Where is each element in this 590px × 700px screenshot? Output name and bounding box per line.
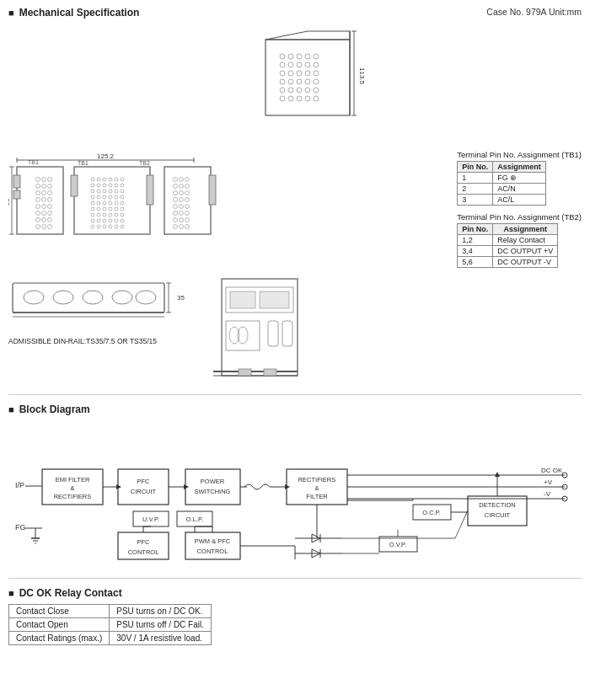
svg-point-124 [103, 225, 106, 228]
svg-point-56 [48, 198, 52, 202]
tb2-header-pin: Pin No. [458, 224, 493, 235]
svg-point-54 [36, 198, 40, 202]
svg-point-109 [121, 207, 124, 211]
svg-text:DETECTION: DETECTION [479, 501, 515, 509]
svg-text:O.L.P.: O.L.P. [186, 516, 203, 523]
relay-row-label: Contact Open [9, 618, 110, 632]
svg-point-88 [103, 190, 106, 193]
svg-point-126 [115, 225, 118, 228]
svg-point-132 [185, 178, 190, 182]
table-row: 2 AC/N [458, 184, 546, 195]
svg-point-115 [121, 213, 124, 216]
svg-point-17 [314, 71, 319, 76]
svg-point-84 [115, 184, 118, 187]
svg-text:63: 63 [8, 198, 11, 206]
tb2-table: Pin No. Assignment 1,2 Relay Contact 3,4 [457, 223, 558, 268]
svg-point-58 [42, 205, 46, 209]
svg-point-12 [314, 62, 319, 67]
svg-point-123 [97, 225, 100, 228]
svg-rect-72 [71, 175, 78, 196]
svg-text:PFC: PFC [137, 538, 151, 546]
svg-point-152 [180, 225, 184, 229]
svg-text:DC OK: DC OK [541, 467, 563, 474]
svg-point-90 [115, 190, 118, 193]
svg-text:125.2: 125.2 [97, 152, 115, 160]
svg-point-29 [288, 96, 293, 101]
svg-point-159 [24, 291, 44, 304]
side-svg [209, 275, 310, 384]
tb2-header-assign: Assignment [493, 224, 558, 235]
svg-point-108 [115, 207, 118, 211]
svg-point-61 [42, 211, 46, 216]
svg-point-59 [48, 205, 52, 209]
svg-point-75 [97, 178, 100, 181]
svg-point-11 [305, 62, 310, 67]
iso-svg: 113.5 [215, 27, 375, 145]
svg-rect-0 [266, 40, 350, 115]
relay-title: DC OK Relay Contact [8, 587, 582, 599]
din-rail-svg: 35 [8, 275, 202, 334]
relay-row-value: PSU turns off / DC Fail. [110, 618, 212, 632]
svg-rect-197 [118, 469, 169, 505]
svg-point-67 [42, 225, 46, 229]
svg-point-32 [314, 96, 319, 101]
table-row: 3 AC/L [458, 195, 546, 206]
svg-point-93 [97, 195, 100, 199]
svg-text:I/P: I/P [15, 481, 24, 489]
svg-point-51 [36, 191, 40, 195]
tb1-section: Terminal Pin No. Assignment (TB1) Pin No… [457, 150, 582, 206]
table-row: 5,6 DC OUTPUT -V [458, 257, 558, 268]
tb2-title: Terminal Pin No. Assignment (TB2) [457, 212, 582, 222]
svg-rect-238 [185, 532, 240, 559]
svg-point-98 [91, 201, 94, 205]
case-info: Case No. 979A Unit:mm [486, 7, 582, 17]
svg-point-102 [115, 201, 118, 205]
svg-point-96 [115, 195, 118, 199]
svg-point-139 [174, 198, 178, 202]
svg-point-53 [48, 191, 52, 195]
svg-point-119 [109, 219, 112, 222]
svg-marker-230 [495, 472, 500, 477]
svg-point-161 [83, 291, 103, 304]
block-diagram: I/P FG EMI FILTER & RECTIFIERS PFC CIRCU… [8, 420, 582, 569]
table-row: 3,4 DC OUTPUT +V [458, 246, 558, 257]
svg-point-92 [91, 195, 94, 199]
svg-point-163 [136, 291, 156, 304]
svg-point-153 [185, 225, 190, 229]
table-row: Contact Close PSU turns on / DC OK. [9, 605, 212, 618]
svg-point-151 [174, 225, 178, 229]
svg-text:&: & [314, 484, 319, 492]
svg-point-23 [280, 88, 285, 93]
svg-point-78 [115, 178, 118, 181]
svg-point-30 [297, 96, 302, 101]
svg-text:FG: FG [15, 523, 26, 532]
svg-point-68 [48, 225, 52, 229]
svg-rect-158 [13, 283, 164, 313]
svg-text:FILTER: FILTER [306, 493, 328, 500]
svg-point-95 [109, 195, 112, 199]
svg-point-81 [97, 184, 100, 187]
svg-point-127 [121, 225, 124, 228]
svg-marker-1 [266, 31, 350, 40]
three-views: 125.2 TB1 [8, 150, 261, 251]
svg-text:TB2: TB2 [139, 160, 150, 166]
svg-point-136 [174, 191, 178, 195]
svg-point-15 [297, 71, 302, 76]
svg-point-103 [121, 201, 124, 205]
svg-text:RECTIFIERS: RECTIFIERS [54, 493, 92, 500]
din-label: ADMISSIBLE DIN-RAIL:TS35/7.5 OR TS35/15 [8, 337, 202, 345]
svg-point-100 [103, 201, 106, 205]
svg-point-133 [174, 184, 178, 189]
svg-point-130 [174, 178, 178, 182]
tb1-header-assign: Assignment [493, 162, 546, 173]
svg-point-7 [314, 54, 319, 59]
svg-point-106 [103, 207, 106, 211]
svg-text:-V: -V [544, 490, 551, 498]
svg-point-112 [103, 213, 106, 216]
svg-point-48 [36, 184, 40, 189]
svg-point-146 [180, 211, 184, 216]
svg-point-85 [121, 184, 124, 187]
relay-section: DC OK Relay Contact Contact Close PSU tu… [8, 587, 582, 645]
svg-point-8 [280, 62, 285, 67]
relay-table: Contact Close PSU turns on / DC OK. Cont… [8, 604, 212, 645]
